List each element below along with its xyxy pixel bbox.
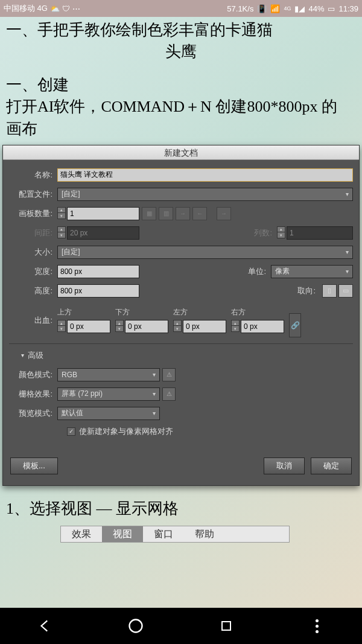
stepper-up-icon[interactable]: ▴ xyxy=(231,320,240,326)
color-mode-warning-icon: ⚠ xyxy=(162,368,176,381)
stepper-down-icon: ▾ xyxy=(277,232,285,238)
bleed-right-stepper[interactable]: ▴▾ 0 px xyxy=(231,320,284,333)
color-mode-select[interactable]: RGB xyxy=(57,368,160,381)
bleed-left-label: 左方 xyxy=(173,307,226,317)
bleed-link-button[interactable]: 🔗 xyxy=(289,313,301,337)
stepper-up-icon: ▴ xyxy=(57,226,66,232)
raster-select[interactable]: 屏幕 (72 ppi) xyxy=(57,387,160,401)
article-section-heading: 一、创建 xyxy=(6,74,356,96)
stepper-up-icon[interactable]: ▴ xyxy=(57,207,66,213)
columns-label: 列数: xyxy=(247,228,277,238)
article-step1: 1、选择视图 — 显示网格 xyxy=(6,498,356,520)
unit-label: 单位: xyxy=(241,266,271,277)
width-input[interactable]: 800 px xyxy=(57,265,139,278)
carrier-label: 中国移动 4G xyxy=(4,3,48,14)
bleed-bottom-input[interactable]: 0 px xyxy=(125,320,168,333)
article-body-line2: 画布 xyxy=(6,118,356,140)
clock: 11:39 xyxy=(338,4,358,13)
columns-stepper: ▴▾ 1 xyxy=(277,226,353,240)
raster-label: 栅格效果: xyxy=(9,389,57,400)
orientation-landscape-button[interactable]: ▭ xyxy=(338,284,353,298)
orientation-label: 取向: xyxy=(290,285,320,296)
android-navbar xyxy=(0,608,362,644)
app-menubar: 效果 视图 窗口 帮助 xyxy=(60,526,290,543)
battery-pct: 44% xyxy=(308,4,324,13)
nav-home-button[interactable] xyxy=(125,615,147,637)
profile-select[interactable]: [自定] xyxy=(57,188,353,201)
bleed-right-input[interactable]: 0 px xyxy=(241,320,284,333)
template-button[interactable]: 模板... xyxy=(10,457,58,474)
nav-recent-button[interactable] xyxy=(215,615,237,637)
svg-point-0 xyxy=(130,620,142,633)
arrange-ltr-icon: → xyxy=(176,207,190,220)
arrange-rtl-icon: ← xyxy=(192,207,207,220)
ok-button[interactable]: 确定 xyxy=(311,457,352,474)
vibrate-icon: 📳 xyxy=(257,4,267,13)
shield-icon: 🛡 xyxy=(62,4,70,13)
menu-help[interactable]: 帮助 xyxy=(184,526,225,542)
grid-col-icon: ▥ xyxy=(159,207,173,220)
mobile-signal-label: 4G xyxy=(284,5,291,11)
preview-select[interactable]: 默认值 xyxy=(57,407,160,420)
new-document-dialog: 新建文档 名称: 猫头鹰 译文教程 配置文件: [自定] 画板数量: ▴▾ 1 … xyxy=(2,145,360,486)
bleed-top-stepper[interactable]: ▴▾ 0 px xyxy=(57,320,110,333)
nav-back-button[interactable] xyxy=(34,615,56,637)
svg-rect-1 xyxy=(222,622,230,630)
bleed-left-stepper[interactable]: ▴▾ 0 px xyxy=(173,320,226,333)
nav-menu-button[interactable] xyxy=(306,615,328,637)
stepper-up-icon[interactable]: ▴ xyxy=(115,320,124,326)
spacing-input: 20 px xyxy=(67,226,139,240)
profile-label: 配置文件: xyxy=(9,189,57,200)
signal-icon: ▮◢ xyxy=(294,4,305,13)
spacing-stepper: ▴▾ 20 px xyxy=(57,226,139,240)
article-content: 一、手把手教你绘制色彩丰富的卡通猫 头鹰 一、创建 打开AI软件，COMMAND… xyxy=(0,17,362,142)
artboards-label: 画板数量: xyxy=(9,208,57,219)
cancel-button[interactable]: 取消 xyxy=(264,457,305,474)
preview-label: 预览模式: xyxy=(9,408,57,419)
article-body-line1: 打开AI软件，COMMAND＋N 创建800*800px 的 xyxy=(6,96,356,118)
bleed-top-input[interactable]: 0 px xyxy=(67,320,110,333)
color-mode-label: 颜色模式: xyxy=(9,369,57,380)
raster-warning-icon: ⚠ xyxy=(162,387,176,401)
stepper-up-icon[interactable]: ▴ xyxy=(173,320,182,326)
grid-row-icon: ▦ xyxy=(142,207,156,220)
dialog-title: 新建文档 xyxy=(3,145,359,160)
status-bar: 中国移动 4G ⛅ 🛡 ⋯ 57.1K/s 📳 📶 4G ▮◢ 44% ▭ 11… xyxy=(0,0,362,17)
size-select[interactable]: [自定] xyxy=(57,246,353,259)
columns-input: 1 xyxy=(287,226,353,240)
wifi-icon: 📶 xyxy=(270,4,280,13)
stepper-down-icon[interactable]: ▾ xyxy=(57,326,66,332)
stepper-up-icon[interactable]: ▴ xyxy=(57,320,66,326)
bleed-bottom-stepper[interactable]: ▴▾ 0 px xyxy=(115,320,168,333)
stepper-down-icon[interactable]: ▾ xyxy=(57,213,66,219)
divider xyxy=(9,343,353,344)
orientation-portrait-button[interactable]: ▯ xyxy=(322,284,337,298)
unit-select[interactable]: 像素 xyxy=(271,265,353,278)
height-input[interactable]: 800 px xyxy=(57,284,139,298)
name-input[interactable]: 猫头鹰 译文教程 xyxy=(57,168,353,182)
menu-window[interactable]: 窗口 xyxy=(143,526,184,542)
weather-icon: ⛅ xyxy=(50,4,60,13)
name-label: 名称: xyxy=(9,170,57,180)
align-pixel-grid-label: 使新建对象与像素网格对齐 xyxy=(79,426,173,437)
stepper-down-icon[interactable]: ▾ xyxy=(173,326,182,332)
stepper-down-icon[interactable]: ▾ xyxy=(115,326,124,332)
height-label: 高度: xyxy=(9,285,57,296)
stepper-down-icon: ▾ xyxy=(57,232,66,238)
advanced-toggle[interactable]: 高级 xyxy=(21,350,353,361)
stepper-down-icon[interactable]: ▾ xyxy=(231,326,240,332)
menu-effect[interactable]: 效果 xyxy=(61,526,102,542)
size-label: 大小: xyxy=(9,247,57,258)
more-icon: ⋯ xyxy=(72,4,80,13)
bleed-left-input[interactable]: 0 px xyxy=(183,320,226,333)
artboards-input[interactable]: 1 xyxy=(67,207,139,220)
net-speed: 57.1K/s xyxy=(227,4,253,13)
article-title-line2: 头鹰 xyxy=(6,41,356,63)
align-pixel-grid-checkbox[interactable]: ✓ xyxy=(67,427,75,436)
menu-view[interactable]: 视图 xyxy=(102,526,143,542)
arrange-extra-icon: → xyxy=(217,207,231,220)
spacing-label: 间距: xyxy=(9,228,57,238)
battery-icon: ▭ xyxy=(328,4,335,13)
artboards-stepper[interactable]: ▴▾ 1 xyxy=(57,207,139,220)
bleed-bottom-label: 下方 xyxy=(115,307,168,317)
